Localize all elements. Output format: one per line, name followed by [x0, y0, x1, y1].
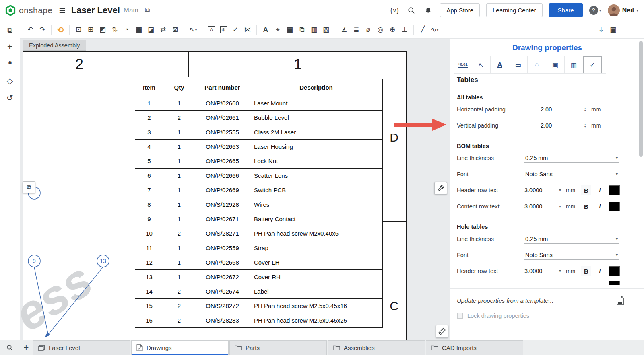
- tab-units-precision[interactable]: +0.01: [454, 56, 472, 73]
- detail-view-icon[interactable]: ◔: [121, 24, 133, 36]
- center-mark-icon[interactable]: ⊕: [386, 24, 398, 36]
- stepper-icon[interactable]: ▲▼: [584, 107, 586, 111]
- vertical-padding-input[interactable]: 2.00 ▲▼: [540, 121, 587, 130]
- measure-tool-button[interactable]: [436, 325, 448, 338]
- insert-item-icon[interactable]: +: [7, 43, 12, 51]
- tab-cad-imports[interactable]: CAD Imports: [426, 340, 523, 355]
- appearance-cube-icon[interactable]: ◇: [7, 76, 13, 85]
- bom-line-thickness-select[interactable]: 0.25 mm▾: [524, 154, 619, 163]
- redo-icon[interactable]: ↷: [36, 24, 48, 36]
- broken-view-icon[interactable]: ▦: [133, 24, 145, 36]
- user-menu[interactable]: Neil ▾: [608, 4, 638, 16]
- update-template-link[interactable]: Update properties from a template...: [457, 297, 553, 304]
- drawing-canvas[interactable]: Exploded Assembly 2 1 D C ess: [20, 39, 450, 340]
- export-dxf-icon[interactable]: ↧: [595, 24, 607, 36]
- spline-tool-icon[interactable]: ∿▾: [429, 24, 441, 36]
- text-color-swatch[interactable]: [609, 202, 620, 211]
- auxiliary-view-icon[interactable]: ◩: [97, 24, 109, 36]
- sheets-panel-icon[interactable]: ⧉: [7, 26, 12, 35]
- tab-parts[interactable]: Parts: [229, 340, 327, 355]
- bold-button[interactable]: B: [581, 266, 591, 276]
- tab-checks[interactable]: ✓: [583, 56, 602, 73]
- update-views-icon[interactable]: ⟲: [54, 24, 66, 36]
- hole-header-text-size-select[interactable]: 3.0000▾: [524, 267, 562, 276]
- bom-header-text-size-select[interactable]: 3.0000▾: [524, 186, 562, 195]
- tab-assemblies[interactable]: Assemblies: [328, 340, 425, 355]
- balloon-13[interactable]: 13: [97, 255, 109, 267]
- template-document-icon[interactable]: [615, 295, 625, 306]
- share-button[interactable]: Share: [549, 3, 583, 17]
- insert-view-icon[interactable]: ⊡: [72, 24, 85, 36]
- bom-content-text-size-select[interactable]: 3.0000▾: [524, 202, 562, 211]
- move-view-icon[interactable]: ⇄: [157, 24, 169, 36]
- italic-button[interactable]: I: [595, 201, 604, 212]
- text-color-swatch[interactable]: [609, 266, 620, 276]
- tab-drawings[interactable]: Drawings: [131, 340, 229, 355]
- app-store-button[interactable]: App Store: [440, 3, 480, 17]
- dimension-icon[interactable]: ∡: [338, 24, 350, 36]
- diameter-dimension-icon[interactable]: ⌀: [362, 24, 374, 36]
- text-color-swatch[interactable]: [609, 281, 620, 285]
- hole-table-icon[interactable]: ▧: [320, 24, 332, 36]
- radial-dimension-icon[interactable]: ◎: [374, 24, 386, 36]
- undo-icon[interactable]: ↶: [24, 24, 36, 36]
- learning-center-button[interactable]: Learning Center: [486, 3, 543, 17]
- note-icon[interactable]: A: [205, 24, 217, 36]
- balloon-9[interactable]: 9: [28, 255, 40, 267]
- notifications-bell-icon[interactable]: [423, 5, 433, 16]
- panel-scrollbar[interactable]: [639, 41, 643, 157]
- inspection-symbol-icon[interactable]: ✓: [229, 24, 242, 36]
- crop-view-icon[interactable]: ⊠: [169, 24, 181, 36]
- tab-search-icon[interactable]: [0, 340, 19, 355]
- stepper-icon[interactable]: ▲▼: [584, 123, 586, 128]
- italic-button[interactable]: I: [595, 266, 604, 276]
- main-menu-icon[interactable]: ≡: [59, 5, 65, 16]
- tab-tables[interactable]: ▦: [565, 56, 583, 73]
- help-menu[interactable]: ? ▾: [589, 6, 601, 15]
- datum-icon[interactable]: ⊥: [398, 24, 411, 36]
- tab-sketch[interactable]: ◌: [528, 56, 546, 73]
- lock-checkbox[interactable]: [457, 313, 463, 319]
- comments-icon[interactable]: ❝: [8, 60, 12, 68]
- bom-cell: ON/P/02668: [195, 255, 250, 270]
- bom-table-icon[interactable]: ▥: [308, 24, 320, 36]
- line-tool-icon[interactable]: ╱: [417, 24, 429, 36]
- bom-table[interactable]: Item Qty Part number Description 11ON/P/…: [135, 79, 383, 328]
- bom-cell: 2: [163, 313, 195, 328]
- search-icon[interactable]: [406, 5, 417, 16]
- tab-sheet-border[interactable]: ▣: [546, 56, 565, 73]
- tab-views[interactable]: ▭: [509, 56, 528, 73]
- add-tab-button[interactable]: +: [19, 340, 33, 355]
- break-out-section-icon[interactable]: ◪: [145, 24, 157, 36]
- table-tool-icon[interactable]: ▤: [284, 24, 296, 36]
- panel-toggle-wrench-button[interactable]: [434, 182, 447, 195]
- hole-line-thickness-select[interactable]: 0.25 mm▾: [524, 234, 619, 244]
- sheet-list-icon[interactable]: ⧉: [296, 24, 308, 36]
- view-layers-button[interactable]: ⧉: [23, 181, 35, 193]
- bold-button[interactable]: B: [581, 185, 591, 195]
- tab-dimensions[interactable]: ↖: [472, 56, 491, 73]
- tab-annotations[interactable]: A: [491, 56, 509, 73]
- ordinate-dimension-icon[interactable]: ≣: [350, 24, 362, 36]
- insert-image-icon[interactable]: ▣: [607, 24, 619, 36]
- bold-button[interactable]: B: [581, 201, 591, 212]
- balloon-icon[interactable]: ⊕: [217, 24, 229, 36]
- bom-font-select[interactable]: Noto Sans▾: [524, 170, 619, 179]
- sheet-tab-exploded-assembly[interactable]: Exploded Assembly: [23, 40, 86, 51]
- weld-symbol-icon[interactable]: ⋉: [242, 24, 254, 36]
- projected-view-icon[interactable]: ⊞: [85, 24, 97, 36]
- horizontal-padding-input[interactable]: 2.00 ▲▼: [540, 105, 587, 114]
- tab-laser-level[interactable]: Laser Level: [33, 340, 130, 355]
- text-color-swatch[interactable]: [609, 185, 620, 195]
- hole-font-select[interactable]: Noto Sans▾: [524, 251, 619, 260]
- copy-document-icon[interactable]: ⧉: [145, 6, 150, 14]
- section-view-icon[interactable]: ⇅: [109, 24, 121, 36]
- history-versions-icon[interactable]: ↺: [6, 93, 13, 102]
- italic-button[interactable]: I: [595, 185, 604, 195]
- bom-cell: 1: [163, 154, 195, 169]
- callout-leader-icon[interactable]: ↖▾: [187, 24, 199, 36]
- find-annotation-icon[interactable]: ⌖: [272, 24, 284, 36]
- bom-cell: 7: [135, 183, 163, 197]
- featurescript-icon[interactable]: {∨}: [389, 5, 400, 16]
- text-tool-icon[interactable]: A: [260, 24, 272, 36]
